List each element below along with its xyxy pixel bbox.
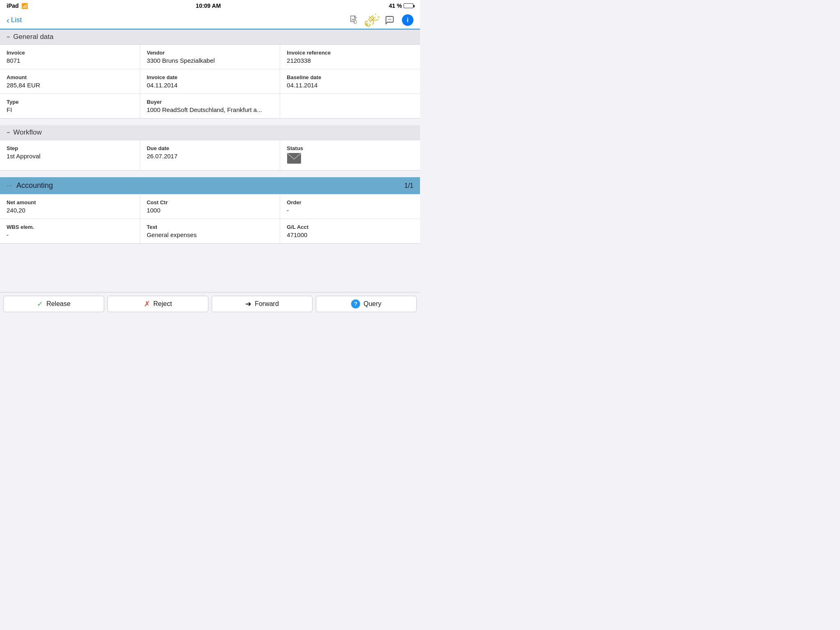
battery-percent: 41 % — [389, 2, 402, 9]
nav-bar: ‹ List i €夹; — [0, 11, 420, 30]
type-value: FI — [7, 106, 133, 113]
amount-label: Amount — [7, 74, 133, 80]
collapse-icon: − — [7, 34, 10, 40]
net-amount-cell: Net amount 240,20 — [0, 194, 140, 219]
status-envelope — [287, 153, 413, 165]
status-left: iPad 📶 — [7, 2, 28, 9]
invoice-cell: Invoice 8071 — [0, 45, 140, 69]
baseline-date-cell: Baseline date 04.11.2014 — [280, 69, 420, 94]
order-label: Order — [287, 199, 413, 205]
accounting-badge: 1/1 — [404, 182, 413, 189]
time-display: 10:09 AM — [196, 2, 221, 9]
forward-button[interactable]: ➜ Forward — [212, 296, 313, 312]
accounting-card: Net amount 240,20 Cost Ctr 1000 Order - … — [0, 194, 420, 244]
cost-ctr-value: 1000 — [147, 207, 274, 214]
workflow-card: Step 1st Approval Due date 26.07.2017 St… — [0, 140, 420, 171]
invoice-ref-label: Invoice reference — [287, 50, 413, 56]
query-button[interactable]: ? Query — [316, 296, 417, 312]
back-arrow-icon: ‹ — [7, 16, 9, 25]
step-label: Step — [7, 145, 133, 151]
empty-cell-1 — [280, 94, 420, 118]
invoice-value: 8071 — [7, 57, 133, 64]
workflow-title: Workflow — [13, 128, 42, 137]
accounting-row-2: WBS elem. - Text General expenses G/L Ac… — [0, 219, 420, 243]
attachment-icon[interactable]: €夹; — [366, 14, 377, 26]
invoice-ref-value: 2120338 — [287, 57, 413, 64]
general-data-card: Invoice 8071 Vendor 3300 Bruns Spezialka… — [0, 44, 420, 119]
buyer-cell: Buyer 1000 ReadSoft Deutschland, Frankfu… — [140, 94, 281, 118]
forward-icon: ➜ — [245, 299, 251, 308]
buyer-label: Buyer — [147, 99, 274, 105]
invoice-date-label: Invoice date — [147, 74, 274, 80]
status-bar: iPad 📶 10:09 AM 41 % — [0, 0, 420, 11]
svg-point-7 — [390, 19, 391, 20]
due-date-cell: Due date 26.07.2017 — [140, 140, 281, 170]
vendor-label: Vendor — [147, 50, 274, 56]
bottom-spacer — [0, 244, 420, 252]
workflow-collapse-icon: − — [7, 129, 10, 136]
vendor-value: 3300 Bruns Spezialkabel — [147, 57, 274, 64]
battery-icon — [404, 3, 413, 8]
general-data-section-header: − General data — [0, 30, 420, 44]
query-icon: ? — [351, 299, 360, 308]
gl-acct-cell: G/L Acct 471000 — [280, 219, 420, 243]
back-button[interactable]: ‹ List — [7, 16, 22, 25]
net-amount-label: Net amount — [7, 199, 133, 205]
baseline-date-label: Baseline date — [287, 74, 413, 80]
comment-icon[interactable] — [384, 14, 395, 26]
due-date-value: 26.07.2017 — [147, 153, 274, 160]
gl-acct-label: G/L Acct — [287, 224, 413, 230]
release-label: Release — [46, 300, 71, 308]
accounting-title: Accounting — [16, 181, 53, 190]
step-value: 1st Approval — [7, 153, 133, 160]
type-label: Type — [7, 99, 133, 105]
order-cell: Order - — [280, 194, 420, 219]
workflow-section-header: − Workflow — [0, 125, 420, 140]
vendor-cell: Vendor 3300 Bruns Spezialkabel — [140, 45, 281, 69]
status-right: 41 % — [389, 2, 413, 9]
bottom-toolbar: ✓ Release ✗ Reject ➜ Forward ? Query — [0, 292, 420, 315]
accounting-row-1: Net amount 240,20 Cost Ctr 1000 Order - — [0, 194, 420, 219]
amount-value: 285,84 EUR — [7, 82, 133, 89]
gap-2 — [0, 171, 420, 177]
reject-button[interactable]: ✗ Reject — [107, 296, 208, 312]
reject-label: Reject — [153, 300, 172, 308]
text-value: General expenses — [147, 231, 274, 238]
step-cell: Step 1st Approval — [0, 140, 140, 170]
order-value: - — [287, 207, 413, 214]
main-content: − General data Invoice 8071 Vendor 3300 … — [0, 30, 420, 292]
document-icon[interactable]: i — [348, 14, 359, 26]
svg-text:i: i — [354, 21, 355, 23]
wifi-icon: 📶 — [21, 3, 28, 9]
invoice-ref-cell: Invoice reference 2120338 — [280, 45, 420, 69]
general-data-row-3: Type FI Buyer 1000 ReadSoft Deutschland,… — [0, 94, 420, 118]
general-data-title: General data — [13, 33, 53, 41]
invoice-date-value: 04.11.2014 — [147, 82, 274, 89]
text-label: Text — [147, 224, 274, 230]
due-date-label: Due date — [147, 145, 274, 151]
buyer-value: 1000 ReadSoft Deutschland, Frankfurt a..… — [147, 106, 274, 113]
forward-label: Forward — [255, 300, 279, 308]
nav-icons: i €夹; i — [348, 14, 413, 26]
gap-1 — [0, 119, 420, 125]
device-label: iPad — [7, 2, 19, 9]
text-cell: Text General expenses — [140, 219, 281, 243]
type-cell: Type FI — [0, 94, 140, 118]
invoice-date-cell: Invoice date 04.11.2014 — [140, 69, 281, 94]
cost-ctr-label: Cost Ctr — [147, 199, 274, 205]
reject-icon: ✗ — [144, 299, 150, 308]
status-cell: Status — [280, 140, 420, 170]
workflow-row-1: Step 1st Approval Due date 26.07.2017 St… — [0, 140, 420, 170]
back-label: List — [11, 16, 22, 24]
invoice-label: Invoice — [7, 50, 133, 56]
release-button[interactable]: ✓ Release — [3, 296, 104, 312]
general-data-row-2: Amount 285,84 EUR Invoice date 04.11.201… — [0, 69, 420, 94]
gl-acct-value: 471000 — [287, 231, 413, 238]
wbs-value: - — [7, 231, 133, 238]
info-icon[interactable]: i — [402, 14, 413, 26]
svg-point-5 — [388, 19, 389, 20]
net-amount-value: 240,20 — [7, 207, 133, 214]
accounting-header-left: ⋯ Accounting — [7, 181, 53, 190]
query-label: Query — [363, 300, 381, 308]
dots-icon: ⋯ — [7, 183, 13, 189]
